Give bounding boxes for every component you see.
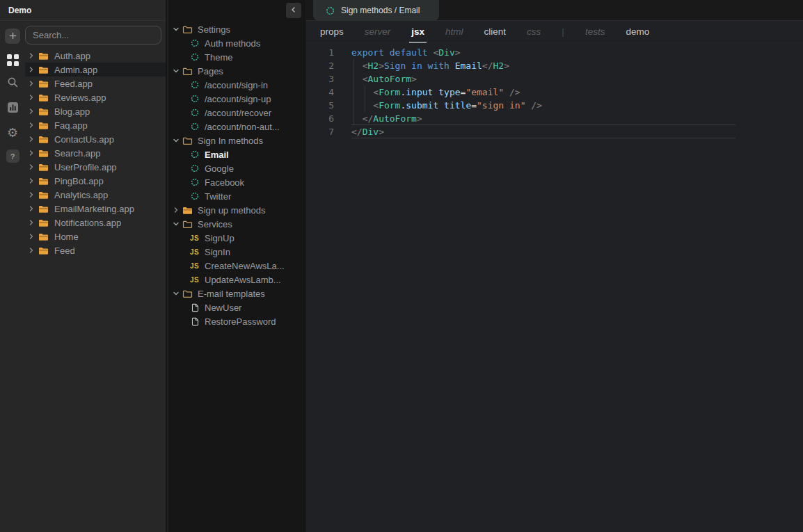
help-icon[interactable]: ? (6, 150, 19, 163)
folder-icon (182, 206, 193, 215)
explorer-tree: SettingsAuth methodsThemePages/account/s… (168, 22, 305, 328)
folder-icon (38, 177, 49, 186)
app-item-faq-app[interactable]: Faq.app (25, 118, 166, 132)
folder-icon (38, 218, 49, 227)
tab-jsx[interactable]: jsx (411, 26, 424, 37)
collapse-panel-button[interactable] (286, 3, 301, 18)
apps-grid-icon[interactable] (7, 54, 19, 66)
chevron-right-icon (28, 205, 35, 212)
tree-item-google[interactable]: Google (168, 161, 305, 175)
plus-icon (9, 30, 17, 42)
app-item-auth-app[interactable]: Auth.app (25, 49, 166, 63)
code-token: AutoForm (373, 113, 417, 124)
tab-css[interactable]: css (527, 26, 541, 37)
js-icon: JS (190, 276, 199, 284)
tree-item-createnewawsla[interactable]: JSCreateNewAwsLa... (168, 259, 305, 273)
tree-item-settings[interactable]: Settings (168, 22, 305, 36)
tree-item-sign-in-methods[interactable]: Sign In methods (168, 134, 305, 147)
app-item-feed[interactable]: Feed (25, 243, 166, 257)
tree-item-pages[interactable]: Pages (168, 64, 305, 78)
search-input[interactable] (25, 26, 161, 45)
tab-html[interactable]: html (445, 26, 463, 37)
search-icon[interactable] (7, 76, 19, 91)
code-token: > (504, 61, 509, 71)
folder-icon (38, 79, 49, 88)
explorer-panel: SettingsAuth methodsThemePages/account/s… (168, 0, 305, 532)
chevron-right-icon (28, 94, 35, 101)
code-token (351, 87, 373, 97)
tab-props[interactable]: props (320, 26, 344, 37)
open-file-tab[interactable]: Sign methods / Email (313, 0, 439, 21)
tree-item-updateawslamb[interactable]: JSUpdateAwsLamb... (168, 273, 305, 287)
code-token: Form (379, 100, 400, 111)
tree-item-label: Google (205, 163, 234, 174)
add-button[interactable] (5, 29, 20, 44)
app-item-label: Admin.app (54, 65, 97, 75)
js-icon: JS (190, 262, 199, 270)
code-text: export default <Div> (351, 46, 461, 59)
folder-icon (38, 246, 49, 255)
tree-item-sign-up-methods[interactable]: Sign up methods (168, 203, 305, 217)
tree-item-e-mail-templates[interactable]: E-mail templates (168, 287, 305, 300)
chevron-left-icon (289, 4, 298, 17)
tree-item-account-recover[interactable]: /account/recover (168, 106, 305, 120)
editor-area: Sign methods / Email propsserverjsxhtmlc… (306, 0, 803, 532)
code-line: 6 </AutoForm> (306, 112, 803, 125)
tree-item-facebook[interactable]: Facebook (168, 175, 305, 189)
code-editor[interactable]: 1export default <Div>2 <H2>Sign in with … (306, 43, 803, 138)
gear-icon[interactable]: ⚙ (7, 127, 18, 139)
tree-item-label: SignIn (205, 247, 230, 257)
app-item-label: UserProfile.app (54, 162, 117, 172)
app-item-pingbot-app[interactable]: PingBot.app (25, 174, 166, 188)
tree-item-auth-methods[interactable]: Auth methods (168, 36, 305, 50)
tree-item-signup[interactable]: JSSignUp (168, 231, 305, 245)
app-item-search-app[interactable]: Search.app (25, 146, 166, 160)
tree-item-label: SignUp (205, 233, 234, 243)
app-item-userprofile-app[interactable]: UserProfile.app (25, 160, 166, 174)
tree-item-account-sign-in[interactable]: /account/sign-in (168, 78, 305, 92)
app-item-emailmarketing-app[interactable]: EmailMarketing.app (25, 202, 166, 216)
code-token: /> (531, 100, 542, 111)
app-item-label: Feed (54, 245, 75, 256)
app-item-home[interactable]: Home (25, 229, 166, 243)
tree-item-account-non-aut[interactable]: /account/non-aut... (168, 120, 305, 134)
code-token (351, 100, 373, 111)
app-item-label: Analytics.app (54, 190, 108, 200)
tab-client[interactable]: client (484, 26, 507, 37)
chevron-right-icon (28, 108, 35, 115)
tree-item-account-sign-up[interactable]: /account/sign-up (168, 92, 305, 106)
app-item-reviews-app[interactable]: Reviews.app (25, 90, 166, 104)
tree-item-label: /account/recover (205, 108, 271, 118)
tree-item-label: Email (205, 150, 229, 160)
tree-item-signin[interactable]: JSSignIn (168, 245, 305, 259)
app-item-admin-app[interactable]: Admin.app (25, 63, 166, 76)
tab-tests[interactable]: tests (585, 26, 605, 37)
code-token (438, 100, 444, 111)
app-item-contactus-app[interactable]: ContactUs.app (25, 132, 166, 146)
app-sidebar: Demo ⚙? Auth.appAdmin.appFeed.appReviews… (0, 0, 167, 532)
tab-server[interactable]: server (365, 26, 391, 37)
app-item-blog-app[interactable]: Blog.app (25, 104, 166, 118)
tree-item-newuser[interactable]: NewUser (168, 300, 305, 314)
app-item-feed-app[interactable]: Feed.app (25, 76, 166, 90)
line-number: 3 (306, 72, 334, 86)
code-token: </ (363, 113, 374, 124)
app-item-analytics-app[interactable]: Analytics.app (25, 188, 166, 202)
code-text: </AutoForm> (351, 112, 422, 125)
tree-item-theme[interactable]: Theme (168, 50, 305, 64)
code-token: H2 (367, 61, 379, 71)
file-icon (189, 303, 200, 312)
code-text: <Form.submit title="sign in" /> (351, 99, 542, 112)
folder-outline-icon (182, 220, 193, 229)
tree-item-restorepassword[interactable]: RestorePassword (168, 314, 305, 328)
code-token: > (379, 61, 384, 71)
folder-icon (38, 135, 49, 144)
tab-demo[interactable]: demo (626, 26, 649, 37)
stats-icon[interactable] (7, 102, 19, 116)
tree-item-twitter[interactable]: Twitter (168, 189, 305, 203)
tree-item-services[interactable]: Services (168, 217, 305, 231)
code-token (351, 61, 363, 71)
tree-item-email[interactable]: Email (168, 147, 305, 161)
folder-outline-icon (182, 25, 193, 34)
app-item-notifications-app[interactable]: Notifications.app (25, 216, 166, 229)
